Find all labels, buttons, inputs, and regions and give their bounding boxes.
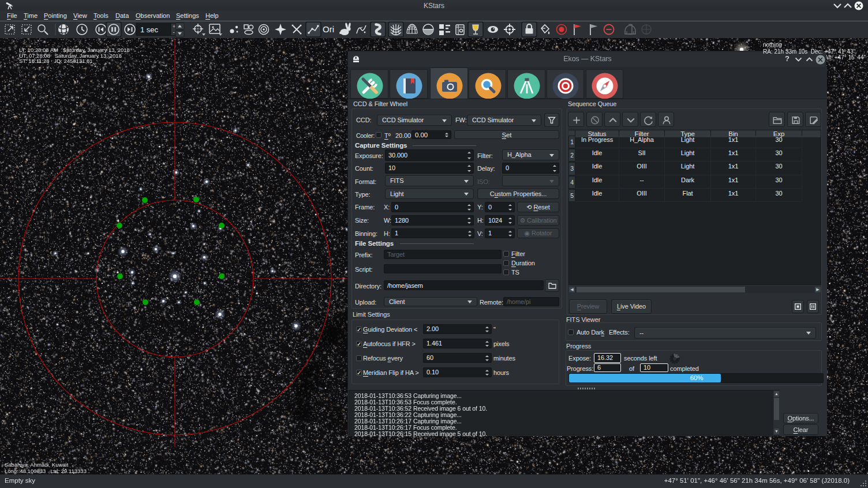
svg-text:Ori: Ori <box>323 24 334 34</box>
svg-text:1 sec: 1 sec <box>140 25 159 34</box>
svg-text:-: - <box>173 29 175 35</box>
